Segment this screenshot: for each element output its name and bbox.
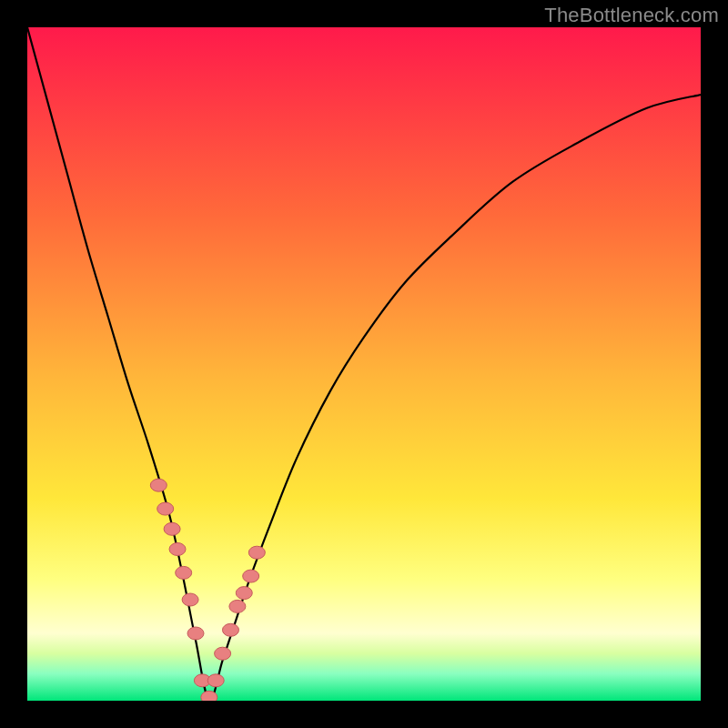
- curve-marker: [236, 587, 252, 600]
- curve-marker: [150, 479, 167, 491]
- curve-marker: [215, 647, 231, 660]
- curve-marker: [243, 570, 259, 582]
- gradient-background: [27, 27, 701, 701]
- curve-marker: [248, 546, 265, 559]
- plot-area: [27, 27, 701, 701]
- curve-marker: [169, 543, 186, 556]
- curve-marker: [164, 522, 180, 535]
- curve-marker: [182, 593, 198, 606]
- chart-svg: [27, 27, 701, 701]
- watermark-text: TheBottleneck.com: [544, 4, 719, 27]
- curve-marker: [157, 502, 174, 515]
- chart-frame: TheBottleneck.com: [0, 0, 728, 728]
- curve-marker: [201, 691, 217, 701]
- curve-marker: [207, 674, 224, 687]
- curve-marker: [187, 627, 204, 640]
- curve-marker: [229, 600, 246, 612]
- curve-marker: [176, 566, 192, 579]
- curve-marker: [222, 623, 238, 636]
